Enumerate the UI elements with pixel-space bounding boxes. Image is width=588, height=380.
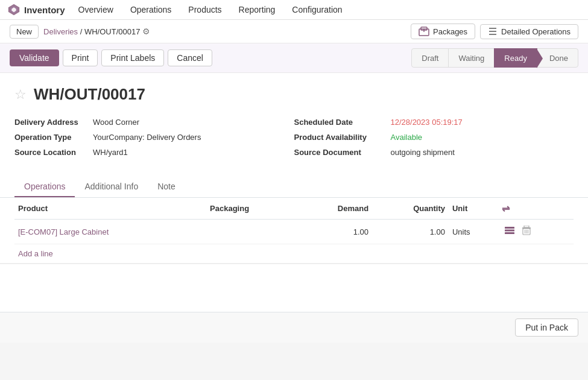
svg-rect-13 — [524, 226, 529, 227]
action-buttons: Validate Print Print Labels Cancel — [10, 49, 212, 66]
cell-quantity: 1.00 — [372, 220, 449, 244]
add-line-link[interactable]: Add a line — [14, 244, 574, 263]
bottom-bar: Put in Pack — [0, 312, 588, 343]
svg-rect-10 — [505, 230, 514, 232]
favorite-star-icon[interactable]: ☆ — [14, 87, 27, 103]
tab-additional-info[interactable]: Additional Info — [75, 177, 148, 197]
nav-overview[interactable]: Overview — [70, 0, 122, 20]
detail-lines-icon[interactable] — [502, 225, 517, 238]
col-demand: Demand — [297, 198, 372, 220]
col-unit: Unit — [449, 198, 498, 220]
status-ready[interactable]: Ready — [494, 48, 537, 68]
new-button[interactable]: New — [10, 25, 39, 39]
tab-note[interactable]: Note — [148, 177, 185, 197]
columns-sort-icon[interactable]: ⇌ — [502, 203, 510, 214]
operations-table: Product Packaging Demand Quantity Unit ⇌… — [14, 198, 574, 244]
packages-button[interactable]: Packages — [411, 24, 475, 39]
nav-operations[interactable]: Operations — [122, 0, 180, 20]
document-header: ☆ WH/OUT/00017 — [14, 85, 574, 104]
source-location-field: Source Location WH/yard1 — [14, 145, 294, 160]
cell-product[interactable]: [E-COM07] Large Cabinet — [14, 220, 206, 244]
delivery-address-field: Delivery Address Wood Corner — [14, 115, 294, 130]
product-availability-field: Product Availability Available — [294, 130, 574, 145]
main-content: ☆ WH/OUT/00017 Delivery Address Wood Cor… — [0, 73, 588, 312]
breadcrumb-current: WH/OUT/00017 — [84, 27, 140, 36]
status-draft[interactable]: Draft — [411, 48, 449, 68]
detailed-operations-button[interactable]: Detailed Operations — [480, 24, 578, 39]
nav-products[interactable]: Products — [180, 0, 230, 20]
row-actions — [502, 224, 570, 239]
form-area: ☆ WH/OUT/00017 Delivery Address Wood Cor… — [0, 73, 588, 177]
breadcrumb-bar: New Deliveries / WH/OUT/00017 ⚙ Packages… — [0, 20, 588, 43]
document-title: WH/OUT/00017 — [34, 85, 145, 104]
breadcrumb-left: New Deliveries / WH/OUT/00017 ⚙ — [10, 25, 150, 39]
breadcrumb-separator: / — [80, 27, 84, 36]
delete-row-icon[interactable] — [520, 224, 533, 239]
cell-packaging — [206, 220, 297, 244]
fields-right: Scheduled Date 12/28/2023 05:19:17 Produ… — [294, 115, 574, 160]
col-quantity: Quantity — [372, 198, 449, 220]
scheduled-date-field: Scheduled Date 12/28/2023 05:19:17 — [294, 115, 574, 130]
fields-grid: Delivery Address Wood Corner Operation T… — [14, 115, 574, 160]
table-header-row: Product Packaging Demand Quantity Unit ⇌ — [14, 198, 574, 220]
app-name: Inventory — [24, 5, 65, 15]
cell-row-actions — [498, 220, 574, 244]
breadcrumb-right: Packages Detailed Operations — [411, 24, 578, 39]
operation-type-field: Operation Type YourCompany: Delivery Ord… — [14, 130, 294, 145]
source-document-field: Source Document outgoing shipment — [294, 145, 574, 160]
settings-icon[interactable]: ⚙ — [142, 27, 150, 36]
spacer-area — [0, 264, 588, 312]
print-labels-button[interactable]: Print Labels — [101, 49, 164, 66]
cancel-button[interactable]: Cancel — [168, 49, 212, 66]
print-button[interactable]: Print — [63, 49, 98, 66]
table-area: Product Packaging Demand Quantity Unit ⇌… — [0, 198, 588, 263]
nav-reporting[interactable]: Reporting — [230, 0, 284, 20]
col-actions-header: ⇌ — [498, 198, 574, 220]
svg-rect-9 — [505, 227, 514, 229]
status-steps: Draft Waiting Ready Done — [411, 48, 578, 68]
status-done[interactable]: Done — [537, 48, 578, 68]
packages-icon — [419, 27, 429, 36]
fields-left: Delivery Address Wood Corner Operation T… — [14, 115, 294, 160]
app-logo[interactable]: Inventory — [7, 3, 65, 16]
cell-demand: 1.00 — [297, 220, 372, 244]
put-in-pack-button[interactable]: Put in Pack — [515, 318, 578, 337]
col-packaging: Packaging — [206, 198, 297, 220]
trash-icon — [522, 226, 531, 235]
breadcrumb-parent[interactable]: Deliveries — [43, 27, 78, 36]
action-bar: Validate Print Print Labels Cancel Draft… — [0, 43, 588, 73]
inventory-logo-icon — [7, 3, 21, 16]
top-navigation: Inventory Overview Operations Products R… — [0, 0, 588, 20]
nav-configuration[interactable]: Configuration — [283, 0, 350, 20]
validate-button[interactable]: Validate — [10, 49, 59, 66]
cell-unit: Units — [449, 220, 498, 244]
tab-operations[interactable]: Operations — [14, 177, 75, 197]
lines-icon — [504, 226, 515, 235]
svg-rect-11 — [505, 232, 514, 234]
list-icon — [488, 27, 498, 36]
status-waiting[interactable]: Waiting — [448, 48, 495, 68]
breadcrumb: Deliveries / WH/OUT/00017 ⚙ — [43, 27, 150, 36]
col-product: Product — [14, 198, 206, 220]
table-row: [E-COM07] Large Cabinet 1.00 1.00 Units — [14, 220, 574, 244]
tabs-bar: Operations Additional Info Note — [0, 177, 588, 198]
